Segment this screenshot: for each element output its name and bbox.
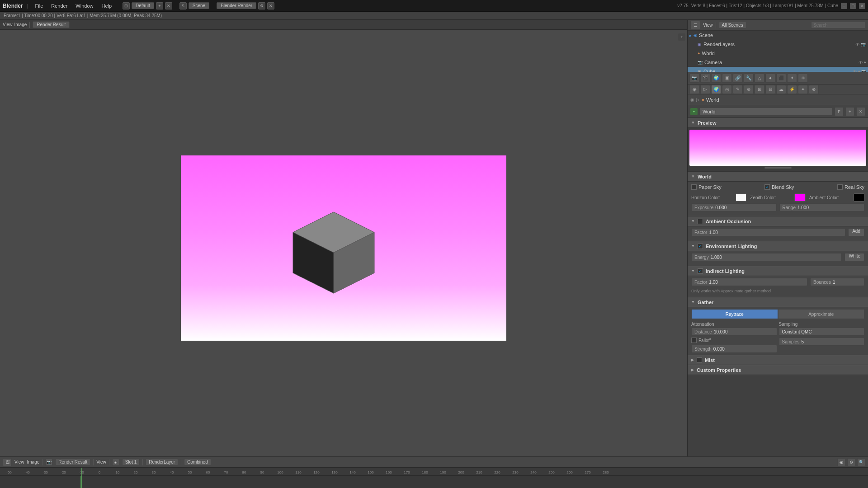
engine-select[interactable]: Blender Render xyxy=(217,2,256,9)
props-icon-b[interactable]: ▷ xyxy=(700,85,710,94)
menu-render[interactable]: Render xyxy=(47,2,71,9)
ao-section-header[interactable]: ▼ Ambient Occlusion xyxy=(688,216,868,226)
props-constraint-btn[interactable]: 🔗 xyxy=(733,74,743,83)
horizon-color-swatch[interactable] xyxy=(736,193,746,202)
props-icon-j[interactable]: ✦ xyxy=(798,85,808,94)
indirect-checkbox[interactable] xyxy=(698,268,703,274)
render-camera-icon[interactable]: 📷 xyxy=(45,459,52,466)
props-material-btn[interactable]: ● xyxy=(765,74,775,83)
zenith-color-swatch[interactable] xyxy=(794,193,805,202)
blend-sky-checkbox[interactable] xyxy=(764,184,770,190)
falloff-checkbox[interactable] xyxy=(691,338,697,343)
paper-sky-checkbox[interactable] xyxy=(691,184,697,190)
close-button[interactable]: ✕ xyxy=(859,3,865,9)
render-extra-icon1[interactable]: ◉ xyxy=(837,458,845,466)
layout-select[interactable]: Default xyxy=(132,2,154,9)
props-particle-btn[interactable]: ✦ xyxy=(787,74,797,83)
props-modifier-btn[interactable]: 🔧 xyxy=(744,74,754,83)
scene-select[interactable]: Scene xyxy=(189,2,209,9)
props-scene-btn[interactable]: 🎬 xyxy=(700,74,710,83)
props-icon-h[interactable]: ☁ xyxy=(776,85,786,94)
viewport-image-menu[interactable]: Image xyxy=(14,22,27,27)
render-view-tab[interactable]: View xyxy=(96,460,106,465)
layout-add[interactable]: + xyxy=(156,2,163,9)
props-icon-f[interactable]: ⊞ xyxy=(755,85,764,94)
maximize-button[interactable]: □ xyxy=(850,3,856,9)
strength-field[interactable]: Strength 0.000 xyxy=(691,345,777,353)
viewport-view-menu[interactable]: View xyxy=(3,22,13,27)
engine-extra-icon[interactable]: ✕ xyxy=(267,2,274,9)
props-icon-c[interactable]: ◎ xyxy=(722,85,732,94)
render-icon[interactable]: 🖼 xyxy=(3,458,12,466)
props-data-btn[interactable]: △ xyxy=(755,74,764,83)
menu-window[interactable]: Window xyxy=(72,2,97,9)
props-world-active[interactable]: 🌍 xyxy=(711,85,721,94)
render-extra-icon3[interactable]: 🔍 xyxy=(857,458,865,466)
indirect-bounces-field[interactable]: Bounces 1 xyxy=(810,278,864,286)
render-image-btn[interactable]: Image xyxy=(27,460,40,465)
custom-props-section[interactable]: ▶ Custom Properties xyxy=(688,365,868,375)
mist-checkbox[interactable] xyxy=(697,357,702,363)
camera-eye-icon[interactable]: 👁 xyxy=(859,60,863,65)
env-checkbox[interactable] xyxy=(698,244,703,249)
render-extra-icon2[interactable]: ⚙ xyxy=(847,458,855,466)
world-name-x-btn[interactable]: ✕ xyxy=(856,107,865,116)
env-energy-field[interactable]: Energy 1.000 xyxy=(691,253,842,261)
pass-select[interactable]: Combined xyxy=(184,459,211,465)
preview-section-header[interactable]: ▼ Preview xyxy=(688,118,868,128)
outliner-item-renderlayers[interactable]: ▣ RenderLayers 👁 📷 xyxy=(688,40,868,49)
ao-factor-field[interactable]: Factor 1.00 xyxy=(691,228,845,236)
exposure-field[interactable]: Exposure 0.000 xyxy=(691,203,777,211)
real-sky-checkbox[interactable] xyxy=(837,184,843,190)
world-name-f-btn[interactable]: F xyxy=(835,107,844,116)
samples-field[interactable]: Samples 5 xyxy=(779,338,865,346)
indirect-factor-field[interactable]: Factor 1.00 xyxy=(691,278,807,286)
distance-field[interactable]: Distance 10.000 xyxy=(691,328,777,336)
timeline-ruler[interactable]: -50-40-30-20-100102030405060708090100110… xyxy=(0,468,868,488)
camera-restrict-icon[interactable]: 📷 xyxy=(861,42,866,47)
layout-icon[interactable]: ⊞ xyxy=(123,2,130,9)
props-texture-btn[interactable]: ⬛ xyxy=(776,74,786,83)
ambient-color-swatch[interactable] xyxy=(854,193,864,202)
render-layer-select[interactable]: RenderLayer xyxy=(146,459,178,465)
env-section-header[interactable]: ▼ Environment Lighting xyxy=(688,241,868,251)
outliner-view-label[interactable]: View xyxy=(703,23,713,28)
zoom-icon[interactable]: + xyxy=(678,33,685,41)
minimize-button[interactable]: – xyxy=(841,3,847,9)
outliner-item-world[interactable]: ● World xyxy=(688,49,868,58)
slot-icon[interactable]: ◈ xyxy=(112,459,119,466)
menu-help[interactable]: Help xyxy=(98,2,115,9)
props-physics-btn[interactable]: ⚛ xyxy=(798,74,808,83)
outliner-icon1[interactable]: ☰ xyxy=(690,21,700,30)
props-icon-d[interactable]: ✎ xyxy=(733,85,743,94)
props-icon-g[interactable]: ⊟ xyxy=(765,85,775,94)
props-world-btn[interactable]: 🌍 xyxy=(711,74,721,83)
preview-scrollbar[interactable] xyxy=(689,166,866,169)
eye-icon[interactable]: 👁 xyxy=(855,42,860,47)
outliner-item-scene[interactable]: ▸ ◉ Scene xyxy=(688,31,868,40)
world-name-input[interactable] xyxy=(699,108,833,116)
indirect-section-header[interactable]: ▼ Indirect Lighting xyxy=(688,266,868,276)
props-icon-i[interactable]: ⚡ xyxy=(787,85,797,94)
method-select[interactable]: Constant QMC xyxy=(779,328,865,336)
props-render-btn[interactable]: 📷 xyxy=(689,74,699,83)
world-name-add-btn[interactable]: + xyxy=(845,107,854,116)
outliner-search-input[interactable] xyxy=(811,22,865,28)
viewport[interactable]: View Image Render Result xyxy=(0,20,687,456)
props-icon-k[interactable]: ⊗ xyxy=(809,85,819,94)
ao-checkbox[interactable] xyxy=(698,219,703,224)
menu-file[interactable]: File xyxy=(32,2,47,9)
props-icon-e[interactable]: ⊕ xyxy=(744,85,754,94)
engine-settings-icon[interactable]: ⚙ xyxy=(258,2,265,9)
range-field[interactable]: Range 1.000 xyxy=(779,203,865,211)
raytrace-tab[interactable]: Raytrace xyxy=(691,309,778,319)
layout-remove[interactable]: ✕ xyxy=(165,2,172,9)
slot-select[interactable]: Slot 1 xyxy=(122,459,140,465)
ao-add-btn[interactable]: Add xyxy=(848,228,864,236)
mist-section[interactable]: ▶ Mist xyxy=(688,355,868,365)
outliner-scene-select[interactable]: All Scenes xyxy=(719,22,746,28)
world-section-header[interactable]: ▼ World xyxy=(688,172,868,182)
approximate-tab[interactable]: Approximate xyxy=(778,309,865,319)
render-view-btn[interactable]: View xyxy=(14,460,24,465)
outliner-item-camera[interactable]: 📷 Camera 👁 ● xyxy=(688,58,868,67)
